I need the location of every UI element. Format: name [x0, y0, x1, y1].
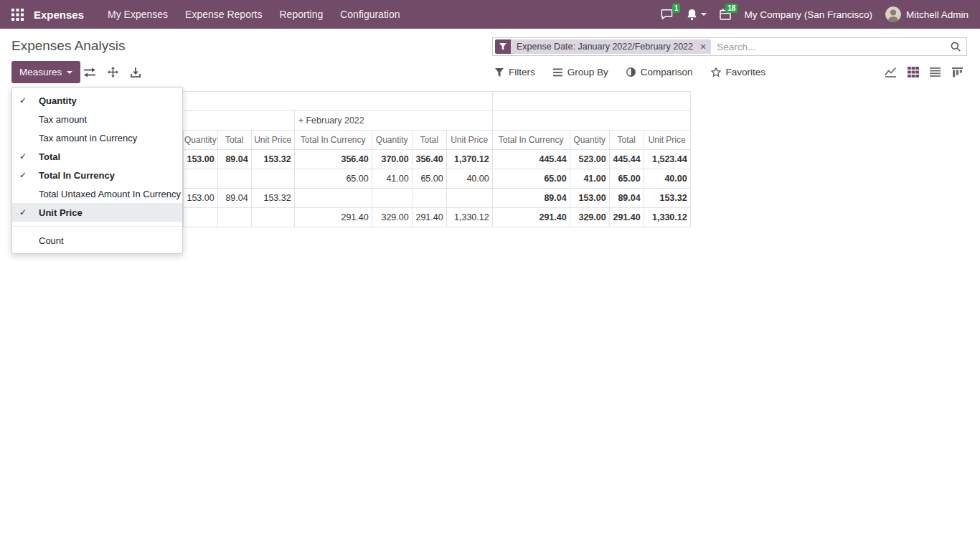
- apps-menu-icon[interactable]: [11, 9, 24, 21]
- measures-menu-item-label: Tax amount: [39, 114, 87, 125]
- pivot-cell: 153.32: [644, 189, 690, 208]
- flip-axis-icon: [84, 67, 95, 77]
- filters-button[interactable]: Filters: [495, 67, 535, 77]
- pivot-cell: [217, 169, 251, 189]
- pivot-cell: 329.00: [570, 208, 609, 227]
- measures-menu-item[interactable]: Count: [12, 231, 182, 250]
- measures-menu-item[interactable]: Tax amount: [12, 110, 182, 128]
- pivot-cell: 89.04: [492, 189, 570, 208]
- list-view-button[interactable]: [924, 61, 946, 83]
- pivot-cell: [412, 189, 446, 208]
- pivot-cell: 65.00: [492, 169, 570, 189]
- search-input[interactable]: [711, 42, 951, 52]
- expand-all-button[interactable]: [103, 61, 122, 83]
- pivot-cell: 523.00: [570, 150, 609, 169]
- pivot-measure-header[interactable]: Unit Price: [644, 131, 690, 150]
- topbar-menu: My ExpensesExpense ReportsReportingConfi…: [108, 9, 400, 20]
- measures-menu-item[interactable]: ✓Total In Currency: [12, 166, 182, 184]
- measures-button[interactable]: Measures: [11, 61, 80, 83]
- search-options: Filters Group By Comparison Favorites: [495, 61, 765, 83]
- measures-menu-item-label: Total Untaxed Amount In Currency: [39, 189, 181, 199]
- activities-button[interactable]: 18: [720, 9, 731, 20]
- user-menu[interactable]: Mitchell Admin: [885, 6, 969, 22]
- pivot-cell: 65.00: [609, 169, 644, 189]
- company-switcher[interactable]: My Company (San Francisco): [744, 9, 872, 20]
- pivot-cell: [251, 169, 294, 189]
- pivot-cell: 41.00: [372, 169, 412, 189]
- pivot-measure-header[interactable]: Total In Currency: [294, 131, 372, 150]
- notifications-button[interactable]: [687, 9, 707, 21]
- messages-button[interactable]: 1: [660, 9, 674, 20]
- pivot-measure-header[interactable]: Total: [217, 131, 251, 150]
- search-icon[interactable]: [951, 42, 961, 52]
- pivot-measure-header[interactable]: Unit Price: [251, 131, 294, 150]
- topbar-menu-item[interactable]: Expense Reports: [185, 9, 262, 20]
- measures-menu-item[interactable]: ✓Total: [12, 147, 182, 166]
- pivot-cell: 65.00: [294, 169, 372, 189]
- graph-view-icon: [885, 67, 897, 77]
- search-bar[interactable]: Expense Date: January 2022/February 2022…: [492, 37, 967, 56]
- facet-label: Expense Date: January 2022/February 2022: [511, 39, 699, 54]
- pivot-cell: 153.00: [570, 189, 609, 208]
- group-by-button[interactable]: Group By: [553, 67, 608, 77]
- pivot-cell: 370.00: [372, 150, 412, 169]
- pivot-measure-header[interactable]: Unit Price: [446, 131, 492, 150]
- user-name: Mitchell Admin: [906, 9, 969, 20]
- expenses-analysis-page: Expenses My ExpensesExpense ReportsRepor…: [0, 0, 980, 551]
- view-switcher: [880, 61, 969, 83]
- list-view-icon: [930, 67, 941, 77]
- favorites-button[interactable]: Favorites: [711, 67, 766, 77]
- flip-axis-button[interactable]: [80, 61, 99, 83]
- pivot-measure-header[interactable]: Quantity: [184, 131, 218, 150]
- pivot-cell: 1,523.44: [644, 150, 690, 169]
- pivot-measure-header[interactable]: Quantity: [570, 131, 609, 150]
- pivot-view-button[interactable]: [902, 61, 924, 83]
- star-icon: [711, 67, 721, 77]
- pivot-view-icon: [908, 67, 919, 77]
- pivot-cell: 1,370.12: [446, 150, 492, 169]
- topbar-menu-item[interactable]: Configuration: [340, 9, 400, 20]
- avatar: [885, 6, 901, 22]
- filters-label: Filters: [509, 67, 535, 77]
- pivot-measure-header[interactable]: Total: [412, 131, 446, 150]
- pivot-cell: [184, 208, 218, 227]
- pivot-cell: [251, 208, 294, 227]
- pivot-controls: Measures: [11, 61, 145, 83]
- pivot-empty-header: [492, 92, 690, 111]
- group-by-icon: [553, 68, 562, 77]
- graph-view-button[interactable]: [880, 61, 902, 83]
- cohort-view-icon: [952, 67, 963, 77]
- app-name[interactable]: Expenses: [34, 9, 84, 21]
- measures-menu-item-label: Unit Price: [39, 207, 83, 218]
- group-by-label: Group By: [567, 67, 608, 77]
- download-button[interactable]: [126, 61, 145, 83]
- measures-menu-item[interactable]: Total Untaxed Amount In Currency: [12, 184, 182, 203]
- pivot-cell: [294, 189, 372, 208]
- activities-badge: 18: [725, 4, 738, 13]
- pivot-cell: 445.44: [492, 150, 570, 169]
- pivot-measure-header[interactable]: Quantity: [372, 131, 412, 150]
- measures-menu-item-label: Total: [39, 151, 60, 162]
- facet-remove-icon[interactable]: ×: [699, 39, 711, 54]
- topbar-menu-item[interactable]: My Expenses: [108, 9, 168, 20]
- dropdown-divider: [12, 226, 182, 227]
- pivot-cell: 153.00: [184, 150, 218, 169]
- topbar-menu-item[interactable]: Reporting: [280, 9, 324, 20]
- filter-facet-icon: [495, 39, 511, 54]
- measures-menu-item[interactable]: ✓Quantity: [12, 91, 182, 110]
- pivot-cell: 356.40: [294, 150, 372, 169]
- pivot-measure-header[interactable]: Total: [609, 131, 644, 150]
- filter-icon: [495, 68, 504, 77]
- bell-icon: [687, 9, 697, 21]
- measures-menu-item[interactable]: Tax amount in Currency: [12, 128, 182, 147]
- pivot-column-group-header[interactable]: + February 2022: [294, 111, 492, 131]
- pivot-cell: 1,330.12: [446, 208, 492, 227]
- comparison-icon: [626, 67, 636, 77]
- pivot-measure-header[interactable]: Total In Currency: [492, 131, 570, 150]
- pivot-cell: 153.00: [184, 189, 218, 208]
- check-icon: ✓: [19, 207, 39, 217]
- comparison-button[interactable]: Comparison: [626, 67, 693, 77]
- measures-menu-item[interactable]: ✓Unit Price: [12, 203, 182, 222]
- cohort-view-button[interactable]: [946, 61, 969, 83]
- topbar: Expenses My ExpensesExpense ReportsRepor…: [0, 0, 980, 29]
